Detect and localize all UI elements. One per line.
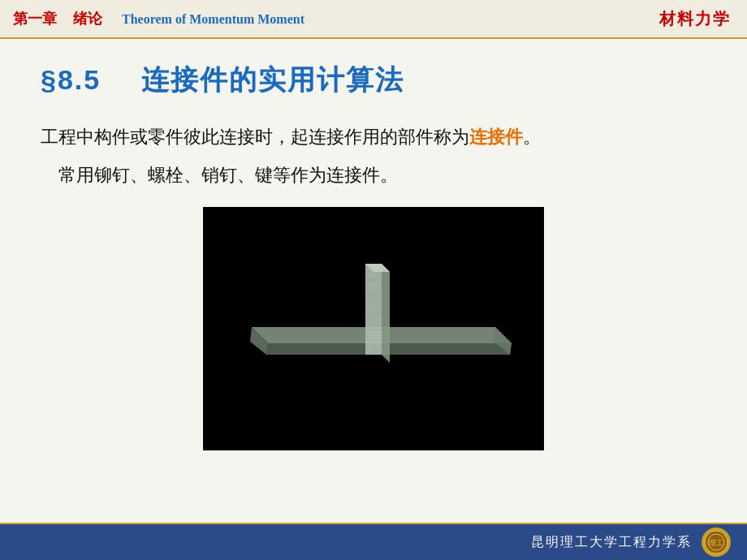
svg-marker-5 — [382, 264, 390, 351]
header-left: 第一章 绪论 Theorem of Momentum Moment — [13, 9, 304, 28]
section-title-text: 连接件的实用计算法 — [141, 64, 404, 95]
body-text-line2: 常用铆钉、螺栓、销钉、键等作为连接件。 — [41, 160, 706, 190]
section-symbol: §8.5 — [41, 64, 101, 95]
connector-image — [203, 207, 544, 450]
logo-icon: 理工 — [704, 530, 728, 554]
main-content: §8.5 连接件的实用计算法 工程中构件或零件彼此连接时，起连接作用的部件称为连… — [0, 39, 747, 467]
svg-marker-7 — [365, 343, 382, 355]
section-title: §8.5 连接件的实用计算法 — [41, 62, 706, 99]
chapter-intro: 绪论 — [73, 9, 102, 28]
book-title: 材料力学 — [659, 8, 731, 30]
page-header: 第一章 绪论 Theorem of Momentum Moment 材料力学 — [0, 0, 747, 39]
svg-text:理工: 理工 — [709, 539, 723, 547]
body-text-prefix: 工程中构件或零件彼此连接时，起连接作用的部件称为 — [41, 127, 469, 147]
highlight-connector: 连接件 — [469, 127, 523, 147]
university-name: 昆明理工大学工程力学系 — [531, 534, 692, 551]
body-text-suffix: 。 — [523, 127, 541, 147]
university-logo: 理工 — [702, 528, 731, 557]
body-text-line1: 工程中构件或零件彼此连接时，起连接作用的部件称为连接件。 — [41, 122, 706, 152]
theorem-label: Theorem of Momentum Moment — [122, 12, 304, 27]
page-footer: 昆明理工大学工程力学系 理工 — [0, 524, 747, 560]
chapter-label: 第一章 — [13, 9, 57, 28]
svg-marker-4 — [365, 264, 382, 343]
connector-svg — [219, 223, 528, 434]
